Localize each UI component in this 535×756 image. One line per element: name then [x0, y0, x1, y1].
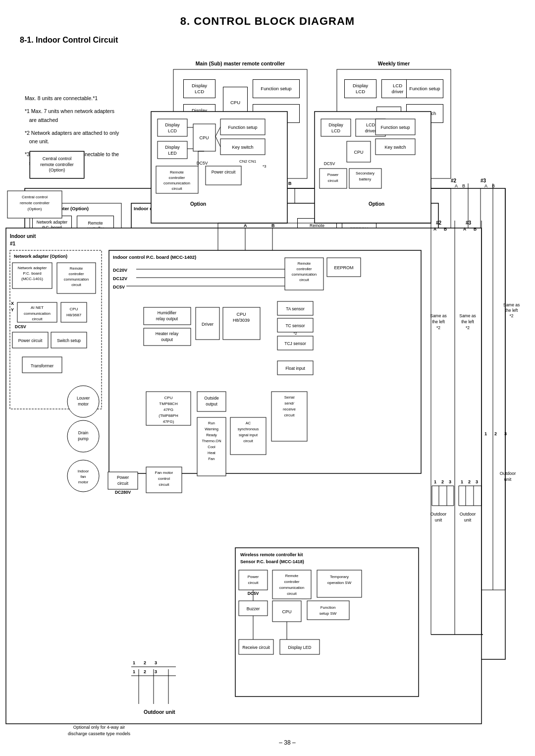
svg-text:circuit: circuit	[172, 186, 183, 191]
svg-text:LED: LED	[168, 151, 177, 156]
svg-text:communication: communication	[292, 272, 317, 277]
svg-text:Same as: Same as	[430, 313, 447, 318]
svg-text:A: A	[244, 223, 247, 228]
svg-text:receive: receive	[283, 407, 296, 411]
svg-text:controller: controller	[297, 267, 312, 271]
svg-text:Power: Power	[327, 173, 339, 177]
svg-text:#1: #1	[10, 241, 16, 246]
svg-text:1: 1	[434, 479, 436, 484]
svg-text:Warning: Warning	[205, 427, 218, 431]
svg-rect-100	[61, 302, 87, 322]
svg-text:pump: pump	[78, 436, 89, 441]
svg-text:CN2 CN1: CN2 CN1	[239, 159, 257, 164]
svg-text:motor: motor	[78, 480, 89, 484]
svg-text:B: B	[474, 227, 477, 232]
svg-text:3: 3	[476, 479, 478, 484]
svg-text:AI NET: AI NET	[31, 305, 44, 310]
svg-text:Display: Display	[328, 122, 343, 127]
svg-text:P.C. board: P.C. board	[23, 271, 41, 276]
svg-text:control: control	[158, 476, 170, 481]
svg-text:Power: Power	[117, 475, 129, 480]
svg-text:Sensor P.C. board (MCC-1418): Sensor P.C. board (MCC-1418)	[240, 559, 304, 564]
svg-text:Remote: Remote	[298, 261, 311, 266]
svg-text:circuit: circuit	[284, 413, 295, 417]
svg-text:1: 1	[133, 669, 135, 674]
svg-text:Transformer: Transformer	[31, 363, 54, 368]
svg-text:Thermo.ON: Thermo.ON	[202, 439, 221, 443]
svg-text:Indoor: Indoor	[78, 469, 89, 473]
footer: – 38 –	[20, 739, 535, 746]
svg-text:Remote: Remote	[170, 170, 184, 174]
svg-text:Power circuit: Power circuit	[18, 338, 43, 343]
svg-text:relay output: relay output	[156, 316, 178, 321]
svg-text:TCJ sensor: TCJ sensor	[284, 341, 306, 346]
svg-text:Same as: Same as	[459, 313, 476, 318]
svg-text:Network adapter (Option): Network adapter (Option)	[14, 254, 67, 259]
svg-text:B: B	[444, 227, 447, 232]
svg-rect-237	[239, 570, 268, 590]
svg-text:*2: *2	[436, 325, 440, 330]
svg-text:Display LED: Display LED	[288, 645, 312, 650]
svg-text:2: 2	[144, 660, 146, 665]
svg-text:output: output	[161, 337, 173, 342]
svg-text:1: 1	[133, 660, 135, 665]
svg-text:controller: controller	[284, 580, 300, 584]
svg-text:Function setup: Function setup	[380, 125, 410, 130]
svg-text:*2: *2	[293, 331, 297, 336]
svg-rect-27	[158, 119, 187, 136]
svg-text:TMP88CH: TMP88CH	[159, 402, 178, 406]
svg-text:LCD: LCD	[168, 128, 177, 133]
svg-text:Outdoor unit: Outdoor unit	[144, 709, 175, 715]
svg-text:communication: communication	[163, 181, 190, 185]
svg-text:H8/3687: H8/3687	[66, 313, 82, 317]
page-title: 8. CONTROL BLOCK DIAGRAM	[20, 15, 515, 28]
svg-text:setup SW: setup SW	[320, 611, 337, 616]
svg-text:Secondary: Secondary	[356, 171, 374, 175]
svg-text:circuit: circuit	[32, 317, 43, 321]
svg-text:communication: communication	[64, 277, 89, 282]
svg-text:AC: AC	[246, 421, 251, 425]
svg-text:unit: unit	[435, 518, 442, 523]
svg-text:2: 2	[468, 479, 471, 484]
svg-text:circuit: circuit	[117, 481, 129, 486]
svg-text:fan: fan	[80, 474, 86, 479]
svg-text:H8/3039: H8/3039	[233, 318, 250, 323]
svg-text:Remote: Remote	[70, 266, 83, 271]
svg-text:Function setup: Function setup	[228, 125, 257, 130]
svg-text:DC20V: DC20V	[113, 268, 127, 273]
svg-text:Humidifier: Humidifier	[158, 310, 176, 315]
svg-text:Buzzer: Buzzer	[247, 606, 260, 611]
svg-text:(MCC-1401): (MCC-1401)	[21, 277, 43, 281]
svg-text:circuit: circuit	[299, 278, 310, 282]
svg-text:circuit: circuit	[328, 178, 339, 183]
svg-text:Option: Option	[190, 201, 206, 207]
svg-text:circuit: circuit	[159, 482, 170, 487]
svg-text:Display: Display	[165, 122, 180, 127]
svg-text:*2: *2	[466, 325, 470, 330]
svg-text:Y: Y	[11, 307, 14, 312]
svg-text:circuit: circuit	[71, 283, 82, 287]
svg-text:remote controller: remote controller	[20, 201, 50, 205]
svg-text:controller: controller	[69, 272, 84, 276]
svg-text:Float input: Float input	[285, 366, 305, 371]
svg-rect-45	[206, 166, 241, 185]
svg-text:3: 3	[449, 479, 451, 484]
svg-text:EEPROM: EEPROM	[334, 265, 353, 270]
svg-text:47FG: 47FG	[163, 407, 173, 412]
svg-text:DC280V: DC280V	[115, 490, 131, 495]
svg-text:CPU: CPU	[164, 396, 173, 400]
svg-text:Outdoor: Outdoor	[460, 512, 476, 517]
svg-text:Run: Run	[208, 421, 215, 425]
svg-text:circuit: circuit	[243, 439, 254, 443]
svg-text:Cool: Cool	[208, 445, 215, 449]
svg-text:Power circuit: Power circuit	[212, 170, 236, 174]
svg-text:Ready: Ready	[206, 433, 217, 437]
svg-text:signal input: signal input	[239, 433, 258, 437]
svg-text:Network adapter: Network adapter	[18, 266, 47, 270]
full-diagram: Display LCD Display LED CPU Function set…	[0, 40, 535, 756]
svg-text:3: 3	[155, 660, 157, 665]
svg-text:CPU: CPU	[354, 150, 363, 155]
svg-text:CPU: CPU	[282, 609, 291, 614]
svg-text:circuit: circuit	[287, 591, 297, 596]
svg-text:(TMP88PH: (TMP88PH	[159, 413, 178, 418]
